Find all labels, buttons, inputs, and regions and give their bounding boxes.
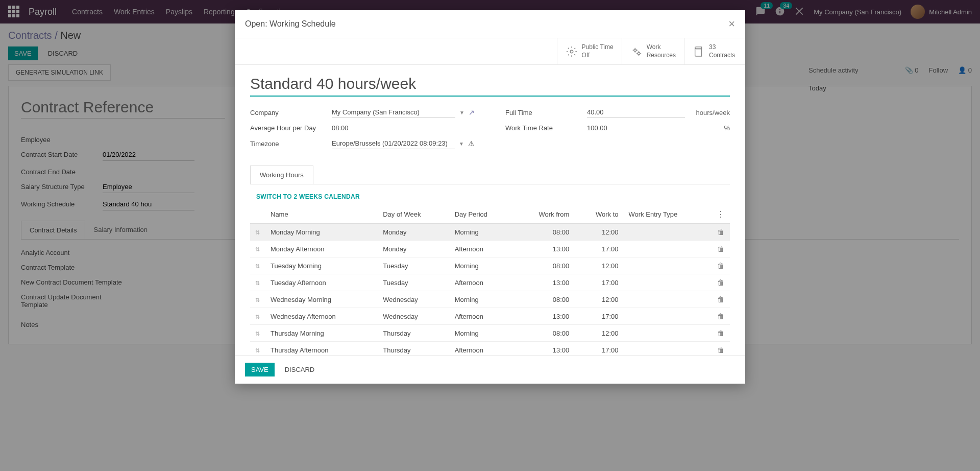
- trash-icon[interactable]: 🗑: [717, 278, 724, 287]
- drag-handle-icon[interactable]: ⇅: [255, 347, 260, 354]
- stat-contracts[interactable]: 33Contracts: [684, 38, 745, 64]
- cell-period: Afternoon: [450, 308, 514, 325]
- cell-to: 12:00: [574, 224, 623, 241]
- trash-icon[interactable]: 🗑: [717, 245, 724, 253]
- trash-icon[interactable]: 🗑: [717, 346, 724, 354]
- cell-dow: Thursday: [378, 342, 449, 355]
- table-row[interactable]: ⇅Thursday AfternoonThursdayAfternoon13:0…: [250, 342, 730, 355]
- cell-from: 08:00: [513, 325, 574, 342]
- svg-point-2: [638, 52, 640, 55]
- full-time-unit: hours/week: [689, 109, 730, 116]
- table-row[interactable]: ⇅Tuesday MorningTuesdayMorning08:0012:00…: [250, 257, 730, 274]
- drag-handle-icon[interactable]: ⇅: [255, 280, 260, 286]
- cell-from: 13:00: [513, 342, 574, 355]
- cell-from: 13:00: [513, 241, 574, 257]
- drag-handle-icon[interactable]: ⇅: [255, 246, 260, 252]
- working-schedule-modal: Open: Working Schedule × Public TimeOff …: [235, 10, 745, 384]
- cell-name: Monday Afternoon: [265, 241, 378, 257]
- working-hours-table: Name Day of Week Day Period Work from Wo…: [250, 205, 730, 355]
- cell-period: Morning: [450, 257, 514, 274]
- trash-icon[interactable]: 🗑: [717, 228, 724, 236]
- cell-period: Morning: [450, 224, 514, 241]
- cell-dow: Tuesday: [378, 274, 449, 291]
- kebab-icon[interactable]: ⋮: [717, 210, 725, 219]
- switch-calendar-link[interactable]: SWITCH TO 2 WEEKS CALENDAR: [250, 193, 360, 200]
- cell-dow: Wednesday: [378, 308, 449, 325]
- cell-entry-type: [624, 224, 712, 241]
- drag-handle-icon[interactable]: ⇅: [255, 263, 260, 269]
- cell-dow: Tuesday: [378, 257, 449, 274]
- cell-to: 17:00: [574, 308, 623, 325]
- drag-handle-icon[interactable]: ⇅: [255, 297, 260, 303]
- table-row[interactable]: ⇅Monday MorningMondayMorning08:0012:00🗑: [250, 224, 730, 241]
- cell-to: 12:00: [574, 291, 623, 308]
- cell-name: Tuesday Morning: [265, 257, 378, 274]
- chevron-down-icon[interactable]: ▼: [459, 110, 464, 115]
- cell-name: Wednesday Afternoon: [265, 308, 378, 325]
- cell-entry-type: [624, 257, 712, 274]
- trash-icon[interactable]: 🗑: [717, 262, 724, 270]
- table-row[interactable]: ⇅Tuesday AfternoonTuesdayAfternoon13:001…: [250, 274, 730, 291]
- svg-point-0: [570, 50, 573, 53]
- col-name: Name: [265, 205, 378, 224]
- cell-entry-type: [624, 308, 712, 325]
- company-input[interactable]: [332, 107, 455, 118]
- drag-handle-icon[interactable]: ⇅: [255, 229, 260, 236]
- col-period: Day Period: [450, 205, 514, 224]
- drag-handle-icon[interactable]: ⇅: [255, 331, 260, 337]
- stat-work-resources[interactable]: WorkResources: [622, 38, 684, 64]
- gear-icon: [566, 45, 578, 58]
- tab-working-hours[interactable]: Working Hours: [250, 166, 313, 184]
- modal-overlay: Open: Working Schedule × Public TimeOff …: [0, 0, 980, 471]
- table-row[interactable]: ⇅Wednesday AfternoonWednesdayAfternoon13…: [250, 308, 730, 325]
- cell-to: 17:00: [574, 342, 623, 355]
- stat-public-time-off[interactable]: Public TimeOff: [557, 38, 622, 64]
- avg-hour-value: 08:00: [332, 124, 349, 132]
- col-from: Work from: [513, 205, 574, 224]
- cell-from: 13:00: [513, 274, 574, 291]
- cell-dow: Wednesday: [378, 291, 449, 308]
- cell-from: 08:00: [513, 224, 574, 241]
- table-row[interactable]: ⇅Monday AfternoonMondayAfternoon13:0017:…: [250, 241, 730, 257]
- cell-entry-type: [624, 342, 712, 355]
- col-to: Work to: [574, 205, 623, 224]
- modal-title: Open: Working Schedule: [245, 19, 336, 29]
- table-row[interactable]: ⇅Wednesday MorningWednesdayMorning08:001…: [250, 291, 730, 308]
- label-company: Company: [250, 109, 332, 116]
- cell-from: 08:00: [513, 291, 574, 308]
- record-title: Standard 40 hours/week: [250, 75, 730, 97]
- col-entry-type: Work Entry Type: [624, 205, 712, 224]
- book-icon: [693, 45, 705, 58]
- label-work-time-rate: Work Time Rate: [505, 124, 587, 132]
- drag-handle-icon[interactable]: ⇅: [255, 314, 260, 320]
- label-full-time: Full Time: [505, 109, 587, 116]
- trash-icon[interactable]: 🗑: [717, 295, 724, 303]
- warning-icon: ⚠: [468, 139, 475, 148]
- table-row[interactable]: ⇅Thursday MorningThursdayMorning08:0012:…: [250, 325, 730, 342]
- close-icon[interactable]: ×: [728, 17, 735, 31]
- label-timezone: Timezone: [250, 140, 332, 148]
- chevron-down-icon[interactable]: ▼: [459, 141, 464, 147]
- col-dow: Day of Week: [378, 205, 449, 224]
- timezone-input[interactable]: [332, 138, 455, 149]
- cell-dow: Monday: [378, 224, 449, 241]
- cell-entry-type: [624, 291, 712, 308]
- modal-save-button[interactable]: SAVE: [245, 363, 275, 376]
- cell-from: 13:00: [513, 308, 574, 325]
- full-time-input[interactable]: [587, 107, 685, 118]
- cell-entry-type: [624, 274, 712, 291]
- cell-period: Morning: [450, 325, 514, 342]
- external-link-icon[interactable]: ↗: [469, 108, 475, 116]
- cell-entry-type: [624, 241, 712, 257]
- svg-point-1: [634, 49, 636, 52]
- trash-icon[interactable]: 🗑: [717, 329, 724, 337]
- cell-from: 08:00: [513, 257, 574, 274]
- cell-period: Afternoon: [450, 342, 514, 355]
- cell-name: Thursday Afternoon: [265, 342, 378, 355]
- trash-icon[interactable]: 🗑: [717, 312, 724, 320]
- cell-name: Thursday Morning: [265, 325, 378, 342]
- cell-entry-type: [624, 325, 712, 342]
- modal-discard-button[interactable]: DISCARD: [279, 363, 321, 376]
- cell-to: 12:00: [574, 325, 623, 342]
- cell-to: 12:00: [574, 257, 623, 274]
